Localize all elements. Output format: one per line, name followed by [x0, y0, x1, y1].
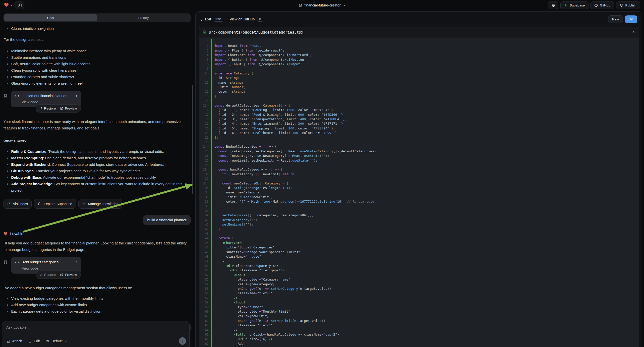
code-line: 28 — [199, 163, 639, 167]
toggle-sidebar-button[interactable] — [15, 2, 24, 9]
code-line: 49 > — [199, 259, 639, 264]
line-number: 20 — [199, 126, 211, 131]
fold-icon[interactable]: ∨ — [207, 182, 208, 185]
code-line: 31 — [199, 176, 639, 181]
fold-icon[interactable]: ∨ — [207, 168, 208, 171]
diff-button[interactable]: Diff — [625, 16, 637, 23]
chat-scroll-area[interactable]: Clean, intuitive navigation For the desi… — [0, 22, 194, 347]
project-switcher[interactable]: financial-future-creator — [298, 3, 346, 7]
view-on-github-button[interactable]: View on GitHub G — [230, 17, 264, 22]
code-line: 30 if (!newCategory || !newLimit) return… — [199, 172, 639, 176]
version-title: Add budget categories — [22, 259, 74, 265]
code-text: const [newCategory, setNewCategory] = Re… — [212, 154, 329, 158]
code-editor[interactable]: 12import React from 'react';3import { Pl… — [199, 38, 639, 347]
code-text: <div className="flex gap-4"> — [212, 268, 284, 272]
code-text: onChange={(e) => setNewLimit(e.target.va… — [212, 318, 325, 323]
fold-icon[interactable]: ∨ — [207, 72, 208, 75]
file-header[interactable]: src/components/budget/BudgetCategories.t… — [199, 27, 639, 38]
code-text: color: string; — [212, 89, 246, 94]
message-menu-button[interactable]: ··· — [186, 230, 190, 237]
code-text: > — [212, 259, 224, 264]
tab-chat[interactable]: Chat — [4, 14, 97, 22]
restore-icon: ↺ — [40, 105, 42, 112]
code-text: className="flex-1" — [212, 291, 273, 296]
restore-icon: ↺ — [40, 272, 42, 278]
code-text: id: String(categories.length + 1), — [212, 186, 292, 190]
visit-docs-button[interactable]: Visit docs — [4, 199, 32, 208]
code-line: 36 color: '#' + Math.floor(Math.random()… — [199, 200, 639, 204]
chat-scrollbar[interactable] — [192, 85, 193, 194]
collapse-file-button[interactable] — [632, 30, 635, 34]
exit-button[interactable]: ‹ Exit ESC — [200, 17, 223, 22]
line-number: 25 — [199, 149, 211, 154]
assistant-name: Lovable — [10, 230, 24, 237]
line-number: 24∨ — [199, 144, 211, 149]
code-text: }; — [212, 204, 226, 208]
list-item: View existing budget categories with the… — [4, 295, 191, 302]
fold-icon[interactable]: ∨ — [207, 145, 208, 148]
preview-button[interactable]: Preview — [60, 272, 77, 278]
line-number: 3 — [199, 48, 211, 53]
settings-button[interactable]: ⚙ — [548, 2, 558, 9]
code-line: 61 value={newLimit} — [199, 314, 639, 318]
explore-supabase-button[interactable]: Explore Supabase — [34, 199, 76, 208]
code-text: id: string; — [212, 76, 240, 80]
mode-select[interactable]: Default — [46, 339, 67, 343]
send-button[interactable]: ↑ — [179, 337, 186, 345]
code-line: 65 <Button onClick={handleAddCategory} c… — [199, 332, 639, 337]
code-line: 58 <Input — [199, 300, 639, 305]
manage-knowledge-button[interactable]: Manage knowledge — [78, 199, 122, 208]
line-number: 61 — [199, 314, 211, 318]
edit-button[interactable]: Edit — [28, 339, 40, 343]
attach-button[interactable]: Attach — [6, 339, 22, 343]
supabase-button[interactable]: Supabase — [560, 2, 588, 9]
code-line: 55 onChange={(e) => setNewCategory(e.tar… — [199, 286, 639, 291]
bookmark-icon[interactable] — [4, 260, 8, 266]
line-number: 29∨ — [199, 167, 211, 172]
line-number: 27 — [199, 158, 211, 163]
version-actions: ↺ Restore Preview — [36, 104, 81, 112]
next-step-item: Master Prompting: Use clear, detailed, a… — [4, 155, 191, 161]
line-number: 43 — [199, 232, 211, 236]
diff-file-card: src/components/budget/BudgetCategories.t… — [199, 27, 639, 347]
code-text: limit: number; — [212, 85, 246, 89]
list-item: Clean typography with clear hierarchies — [4, 67, 191, 74]
code-text: const newCategoryObj: Category = { — [212, 181, 288, 186]
supabase-bolt-icon — [564, 4, 568, 7]
preview-button[interactable]: Preview — [60, 105, 77, 112]
code-text: { id: '4', name: 'Entertainment', limit:… — [212, 122, 345, 126]
line-number: 15∨ — [199, 103, 211, 108]
restore-button[interactable]: ↺ Restore — [40, 272, 56, 278]
tab-history[interactable]: History — [97, 14, 190, 22]
code-line: 68 </Button> — [199, 346, 639, 347]
clipped-list: Clean, intuitive navigation — [4, 26, 191, 32]
list-item: Add new budget categories with custom li… — [4, 302, 191, 308]
github-icon — [594, 4, 598, 7]
next-steps-list: Refine & Customize: Tweak the design, an… — [4, 148, 191, 194]
raw-button[interactable]: Raw — [608, 16, 623, 23]
code-text: placeholder="Category name" — [212, 277, 290, 282]
restore-button[interactable]: ↺ Restore — [40, 105, 56, 112]
fold-icon[interactable]: ∨ — [207, 104, 208, 107]
line-number: 1 — [199, 39, 211, 44]
line-number: 54 — [199, 282, 211, 286]
code-text — [212, 98, 214, 103]
code-text — [212, 176, 214, 181]
user-message: build a financial planner — [143, 215, 191, 225]
feature-bullet-list: View existing budget categories with the… — [4, 295, 191, 315]
globe-icon — [620, 4, 623, 7]
line-number: 68 — [199, 346, 211, 347]
lovable-logo-icon[interactable] — [4, 3, 13, 8]
composer-input[interactable]: Ask Lovable... — [6, 325, 186, 329]
line-number: 52 — [199, 273, 211, 277]
code-line: 29∨ const handleAddCategory = () => { — [199, 167, 639, 172]
publish-button[interactable]: Publish — [616, 2, 640, 9]
github-button[interactable]: GitHub — [590, 2, 614, 9]
heart-icon — [4, 3, 9, 8]
code-line: 53 placeholder="Category name" — [199, 277, 639, 282]
code-line: 43 — [199, 232, 639, 236]
code-text: }; — [212, 227, 222, 232]
composer[interactable]: Ask Lovable... Attach Edit — [2, 321, 190, 347]
heart-icon — [4, 232, 8, 236]
bookmark-icon[interactable] — [4, 94, 8, 100]
